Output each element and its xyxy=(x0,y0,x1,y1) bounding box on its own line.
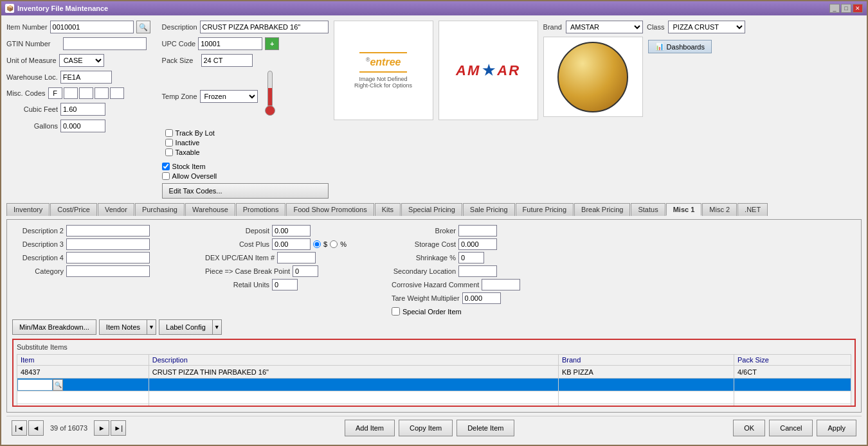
maximize-btn[interactable]: □ xyxy=(841,4,851,13)
brand-select[interactable]: AMSTAR xyxy=(566,21,643,33)
dashboards-btn[interactable]: 📊 Dashboards xyxy=(648,40,712,53)
track-lot-checkbox[interactable] xyxy=(165,129,173,137)
pack-size-input[interactable] xyxy=(201,54,253,67)
misc-code-3[interactable] xyxy=(79,87,93,99)
therm-bulb xyxy=(265,105,275,116)
gtin-input[interactable] xyxy=(63,37,147,50)
misc-code-5[interactable] xyxy=(110,87,124,99)
tab-vendor[interactable]: Vendor xyxy=(98,203,134,216)
tab-future-pricing[interactable]: Future Pricing xyxy=(516,203,574,216)
copy-item-btn[interactable]: Copy Item xyxy=(399,420,453,436)
corrosive-input[interactable] xyxy=(482,279,520,290)
tabs-container: Inventory Cost/Price Vendor Purchasing W… xyxy=(6,203,862,216)
piece-input[interactable] xyxy=(293,265,318,277)
tab-special-pricing[interactable]: Special Pricing xyxy=(401,203,462,216)
pack-size-label: Pack Size xyxy=(162,57,194,64)
item-number-search-btn[interactable]: 🔍 xyxy=(136,21,150,33)
nav-first-btn[interactable]: |◄ xyxy=(12,420,27,436)
tab-cost-price[interactable]: Cost/Price xyxy=(50,203,97,216)
entree-logo-section[interactable]: ®entree Image Not Defined Right-Click fo… xyxy=(334,21,433,120)
tab-break-pricing[interactable]: Break Pricing xyxy=(574,203,630,216)
stock-item-checkbox[interactable] xyxy=(162,163,170,170)
tab-food-show[interactable]: Food Show Promotions xyxy=(286,203,374,216)
deposit-input[interactable] xyxy=(272,225,311,236)
tab-misc2[interactable]: Misc 2 xyxy=(702,203,737,216)
item-notes-btn[interactable]: Item Notes xyxy=(99,319,147,335)
desc3-input[interactable] xyxy=(66,238,150,250)
allow-oversell-checkbox[interactable] xyxy=(162,172,170,180)
storage-cost-input[interactable] xyxy=(458,238,497,250)
item-notes-dropdown-arrow[interactable]: ▼ xyxy=(147,319,156,335)
apply-btn[interactable]: Apply xyxy=(817,420,856,436)
broker-input[interactable] xyxy=(458,225,497,236)
dex-row: DEX UPC/EAN Item # xyxy=(205,252,385,263)
tab-net[interactable]: .NET xyxy=(737,203,768,216)
item-number-input[interactable] xyxy=(50,21,134,33)
tab-status[interactable]: Status xyxy=(631,203,665,216)
class-select[interactable]: PIZZA CRUST xyxy=(668,21,745,33)
cubic-feet-input[interactable] xyxy=(60,103,105,116)
desc3-row: Description 3 xyxy=(12,238,199,250)
cost-plus-label: Cost Plus xyxy=(205,240,269,248)
brand-class-section: Brand AMSTAR Class PIZZA CRUST xyxy=(543,21,746,33)
tab-misc1[interactable]: Misc 1 xyxy=(666,203,702,216)
tab-warehouse[interactable]: Warehouse xyxy=(185,203,235,216)
warehouse-input[interactable] xyxy=(60,71,112,84)
unit-measure-select[interactable]: CASE xyxy=(59,54,104,67)
tab-promotions[interactable]: Promotions xyxy=(236,203,286,216)
secondary-label: Secondary Location xyxy=(392,267,456,275)
cost-plus-input[interactable] xyxy=(272,238,311,250)
desc4-input[interactable] xyxy=(66,252,150,263)
upc-add-btn[interactable]: + xyxy=(265,37,279,50)
minmax-btn[interactable]: Min/Max Breakdown... xyxy=(12,319,96,335)
misc-code-1[interactable] xyxy=(48,87,62,99)
description-input[interactable] xyxy=(200,21,329,33)
special-order-checkbox[interactable] xyxy=(392,307,400,316)
edit-tax-btn[interactable]: Edit Tax Codes... xyxy=(162,183,329,199)
brand-logo-section: AM ★ AR xyxy=(439,21,538,120)
tare-input[interactable] xyxy=(462,292,501,304)
dex-input[interactable] xyxy=(277,252,316,263)
cost-plus-percent-radio[interactable] xyxy=(330,240,338,248)
minimize-btn[interactable]: _ xyxy=(829,4,840,13)
upc-input[interactable] xyxy=(198,37,262,50)
edit-item-search-btn[interactable]: 🔍 xyxy=(53,379,63,391)
cost-plus-dollar-radio[interactable] xyxy=(313,240,321,248)
label-config-dropdown-arrow[interactable]: ▼ xyxy=(213,319,222,335)
close-btn[interactable]: ✕ xyxy=(853,4,863,13)
image-right-click-text: Right-Click for Options xyxy=(354,82,412,89)
delete-item-btn[interactable]: Delete Item xyxy=(457,420,514,436)
retail-input[interactable] xyxy=(272,279,298,290)
tab-inventory[interactable]: Inventory xyxy=(6,203,50,216)
therm-tube xyxy=(267,71,273,106)
tab-purchasing[interactable]: Purchasing xyxy=(135,203,185,216)
desc2-input[interactable] xyxy=(66,225,150,236)
ok-btn[interactable]: OK xyxy=(733,420,765,436)
cubic-feet-label: Cubic Feet xyxy=(6,105,58,113)
nav-last-btn[interactable]: ►| xyxy=(111,420,126,436)
taxable-checkbox[interactable] xyxy=(165,148,173,156)
broker-row: Broker xyxy=(392,225,856,236)
piece-label: Piece => Case Break Point xyxy=(205,267,290,275)
inactive-checkbox[interactable] xyxy=(165,139,173,147)
unit-measure-group: Unit of Measure CASE xyxy=(6,54,150,67)
label-config-btn[interactable]: Label Config xyxy=(159,319,213,335)
nav-next-btn[interactable]: ► xyxy=(94,420,109,436)
temp-zone-select[interactable]: Frozen xyxy=(200,90,258,103)
edit-item-input[interactable] xyxy=(17,379,53,391)
nav-prev-btn[interactable]: ◄ xyxy=(28,420,44,436)
retail-row: Retail Units xyxy=(205,279,385,290)
tab-kits[interactable]: Kits xyxy=(375,203,401,216)
misc-code-4[interactable] xyxy=(95,87,109,99)
inactive-label: Inactive xyxy=(176,139,200,147)
product-image-container[interactable] xyxy=(543,37,643,117)
shrinkage-row: Shrinkage % xyxy=(392,252,856,263)
secondary-input[interactable] xyxy=(458,265,497,277)
misc-code-2[interactable] xyxy=(64,87,78,99)
cancel-btn[interactable]: Cancel xyxy=(769,420,813,436)
add-item-btn[interactable]: Add Item xyxy=(345,420,395,436)
gallons-input[interactable] xyxy=(60,120,105,132)
category-input[interactable] xyxy=(66,265,150,277)
tab-sale-pricing[interactable]: Sale Pricing xyxy=(463,203,515,216)
shrinkage-input[interactable] xyxy=(458,252,484,263)
